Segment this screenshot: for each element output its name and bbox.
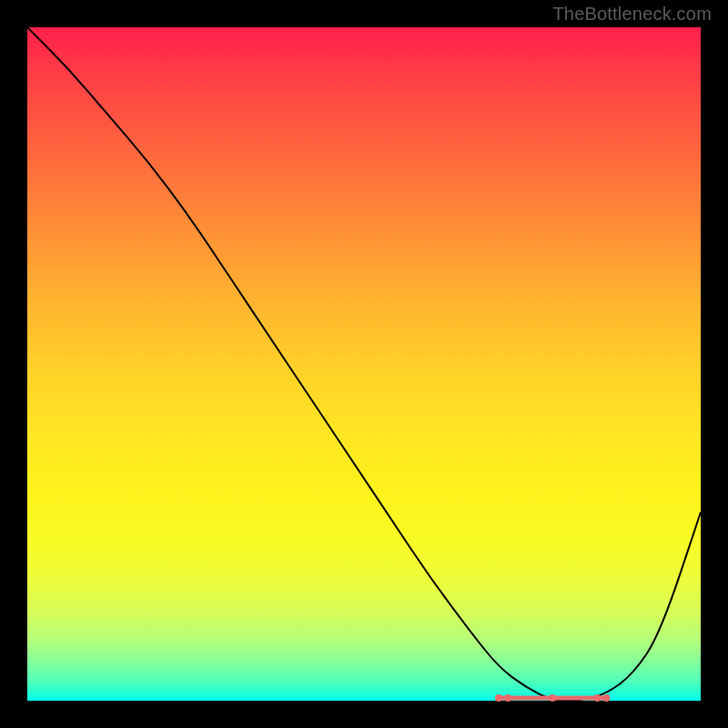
chart-curve-line [27, 27, 701, 701]
watermark-text: TheBottleneck.com [552, 4, 712, 25]
chart-svg [27, 27, 701, 701]
chart-highlight-group [495, 694, 610, 702]
chart-highlight-dot [495, 694, 502, 702]
chart-highlight-dot [549, 694, 556, 702]
chart-highlight-dot [593, 694, 601, 702]
chart-highlight-dot [504, 694, 511, 702]
chart-highlight-dot [602, 694, 610, 702]
chart-plot-area [27, 27, 701, 701]
